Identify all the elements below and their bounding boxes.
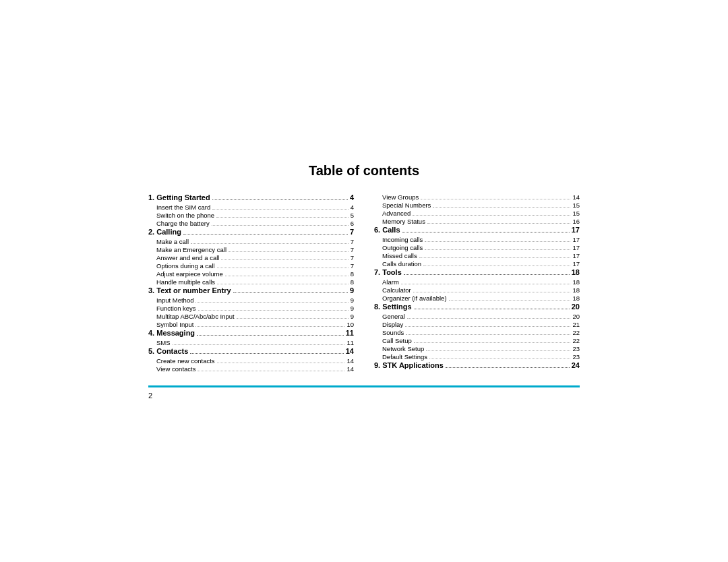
- sub-page: 14: [346, 357, 354, 365]
- sub-page: 16: [572, 218, 580, 225]
- dots: [212, 199, 348, 200]
- dots: [426, 350, 570, 351]
- section-item: 5. Contacts14: [148, 347, 354, 355]
- sub-page: 9: [351, 313, 354, 320]
- sub-page: 10: [346, 321, 354, 328]
- section-heading: 7. Tools18: [374, 268, 580, 276]
- dots: [427, 223, 571, 224]
- sub-item: Symbol Input10: [148, 321, 354, 328]
- section-label: 6. Calls: [374, 226, 400, 234]
- sub-page: 7: [351, 246, 354, 253]
- sub-item: Input Method9: [148, 296, 354, 304]
- sub-page: 18: [572, 278, 580, 286]
- section-page: 11: [346, 329, 354, 337]
- dots: [191, 243, 348, 244]
- section-item: 1. Getting Started4: [148, 193, 354, 201]
- sub-item: Function keys9: [148, 305, 354, 312]
- dots: [173, 344, 345, 345]
- sub-label: Charge the battery: [156, 220, 210, 227]
- dots: [413, 292, 571, 292]
- section-item: 8. Settings20: [374, 303, 580, 311]
- dots: [425, 241, 570, 242]
- sub-item: Default Settings23: [374, 353, 580, 361]
- section-item: 4. Messaging11: [148, 329, 354, 337]
- dots: [433, 207, 570, 208]
- sub-item: Charge the battery6: [148, 220, 354, 227]
- sub-label: Alarm: [382, 278, 399, 286]
- sub-label: Incoming calls: [382, 236, 423, 243]
- sub-label: Create new contacts: [156, 357, 215, 365]
- section-page: 9: [350, 286, 354, 294]
- dots: [414, 342, 571, 343]
- sub-item: Multitap ABC/Abc/abc Input9: [148, 313, 354, 320]
- dots: [407, 318, 571, 319]
- toc-container: 1. Getting Started4Insert the SIM card4S…: [148, 193, 580, 373]
- section-item: 9. STK Applications24: [374, 361, 580, 369]
- dots: [190, 353, 343, 354]
- section-page: 14: [346, 347, 354, 355]
- section-page: 24: [572, 361, 580, 369]
- sub-item: Memory Status16: [374, 218, 580, 225]
- section-heading: 1. Getting Started4: [148, 193, 354, 201]
- sub-page: 8: [351, 278, 354, 286]
- sub-label: Input Method: [156, 296, 193, 304]
- sub-item: Incoming calls17: [374, 236, 580, 243]
- sub-label: Network Setup: [382, 345, 424, 352]
- dots: [402, 232, 570, 232]
- dots: [413, 215, 570, 216]
- sub-page: 15: [572, 201, 580, 209]
- page-number: 2: [148, 392, 580, 400]
- dots: [423, 266, 570, 266]
- section-heading: 4. Messaging11: [148, 329, 354, 337]
- dots: [183, 234, 348, 235]
- sub-page: 4: [351, 204, 354, 211]
- sub-label: Call Setup: [382, 337, 412, 344]
- sub-page: 17: [572, 236, 580, 243]
- sub-label: Answer and end a call: [156, 254, 219, 261]
- sub-page: 22: [572, 337, 580, 344]
- sub-label: View contacts: [156, 365, 195, 373]
- dots: [217, 284, 348, 284]
- sub-page: 22: [572, 329, 580, 336]
- section-label: 9. STK Applications: [374, 361, 444, 369]
- sub-page: 18: [572, 286, 580, 294]
- dots: [216, 217, 348, 218]
- sub-label: Symbol Input: [156, 321, 193, 328]
- right-column: View Groups14Special Numbers15Advanced15…: [374, 193, 580, 373]
- sub-item: Create new contacts14: [148, 357, 354, 365]
- sub-item: Options during a call7: [148, 262, 354, 270]
- section-heading: 3. Text or number Entry9: [148, 286, 354, 294]
- sub-item: Make a call7: [148, 238, 354, 245]
- dots: [421, 199, 570, 199]
- dots: [414, 309, 570, 309]
- sub-label: Make a call: [156, 238, 189, 245]
- sub-label: Outgoing calls: [382, 244, 423, 251]
- sub-item: SMS11: [148, 339, 354, 346]
- sub-label: Display: [382, 321, 403, 328]
- sub-label: Handle multiple calls: [156, 278, 215, 286]
- dots: [425, 249, 570, 250]
- dots: [405, 326, 570, 327]
- sub-page: 14: [346, 365, 354, 373]
- section-item: 3. Text or number Entry9: [148, 286, 354, 294]
- dots: [233, 292, 348, 293]
- sub-item: Outgoing calls17: [374, 244, 580, 251]
- section-label: 8. Settings: [374, 303, 412, 311]
- sub-page: 21: [572, 321, 580, 328]
- sub-item: Special Numbers15: [374, 201, 580, 209]
- sub-label: Default Settings: [382, 353, 427, 361]
- section-heading: 8. Settings20: [374, 303, 580, 311]
- sub-item: Alarm18: [374, 278, 580, 286]
- section-label: 7. Tools: [374, 268, 402, 276]
- sub-label: Calls duration: [382, 260, 421, 268]
- sub-page: 14: [572, 193, 580, 201]
- page-title: Table of contents: [148, 163, 580, 179]
- sub-label: Multitap ABC/Abc/abc Input: [156, 313, 235, 320]
- sub-item: Adjust earpiece volume8: [148, 270, 354, 278]
- sub-item: Display21: [374, 321, 580, 328]
- sub-item: Organizer (if available)18: [374, 294, 580, 302]
- section-heading: 9. STK Applications24: [374, 361, 580, 369]
- page: Table of contents 1. Getting Started4Ins…: [108, 136, 620, 427]
- sub-item: Sounds22: [374, 329, 580, 336]
- section-item: 6. Calls17: [374, 226, 580, 234]
